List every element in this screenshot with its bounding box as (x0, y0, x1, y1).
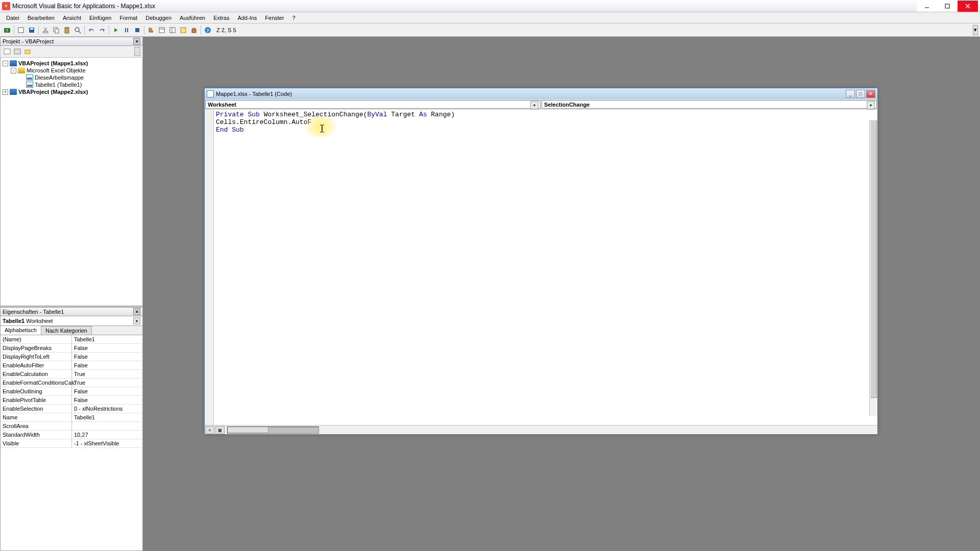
property-row[interactable]: ScrollArea (1, 422, 142, 431)
code-minimize-button[interactable]: _ (846, 90, 855, 98)
property-value[interactable]: False (72, 396, 142, 404)
menu-einfuegen[interactable]: Einfügen (85, 14, 115, 22)
project-panel-close-icon[interactable]: ✕ (133, 38, 140, 45)
menu-fenster[interactable]: Fenster (261, 14, 288, 22)
property-row[interactable]: EnableCalculationTrue (1, 370, 142, 379)
property-row[interactable]: EnableOutliningFalse (1, 387, 142, 396)
full-module-view-button[interactable]: ▦ (215, 426, 225, 434)
property-name: EnableOutlining (1, 387, 72, 395)
code-maximize-button[interactable]: □ (856, 90, 865, 98)
code-window-titlebar[interactable]: Mappe1.xlsx - Tabelle1 (Code) _ □ ✕ (205, 88, 877, 99)
property-name: (Name) (1, 335, 72, 343)
property-value[interactable]: Tabelle1 (72, 413, 142, 421)
run-icon[interactable] (111, 25, 121, 35)
tree-item[interactable]: +VBAProject (Mappe2.xlsx) (3, 88, 140, 95)
property-value[interactable]: False (72, 361, 142, 369)
property-row[interactable]: DisplayPageBreaksFalse (1, 344, 142, 353)
project-scroll-stub[interactable] (134, 47, 140, 56)
menu-ausfuehren[interactable]: Ausführen (176, 14, 209, 22)
project-panel-header: Projekt - VBAProject ✕ (0, 37, 143, 46)
code-window-title: Mappe1.xlsx - Tabelle1 (Code) (216, 91, 846, 97)
props-object-type: Worksheet (26, 318, 53, 324)
property-row[interactable]: EnablePivotTableFalse (1, 396, 142, 405)
maximize-button[interactable] (937, 1, 958, 12)
code-editor[interactable]: Private Sub Worksheet_SelectionChange(By… (205, 110, 877, 425)
menu-format[interactable]: Format (115, 14, 141, 22)
menu-datei[interactable]: Datei (2, 14, 23, 22)
menu-bearbeiten[interactable]: Bearbeiten (23, 14, 59, 22)
properties-icon[interactable] (167, 25, 178, 35)
copy-icon[interactable] (51, 25, 61, 35)
reset-icon[interactable] (132, 25, 142, 35)
procedure-dropdown[interactable]: SelectionChange (542, 100, 877, 109)
property-row[interactable]: EnableSelection0 - xlNoRestrictions (1, 405, 142, 413)
toolbox-icon[interactable] (189, 25, 199, 35)
menu-debuggen[interactable]: Debuggen (141, 14, 176, 22)
design-mode-icon[interactable] (146, 25, 156, 35)
property-row[interactable]: StandardWidth10,27 (1, 431, 142, 439)
property-value[interactable]: False (72, 353, 142, 361)
code-text[interactable]: Private Sub Worksheet_SelectionChange(By… (216, 111, 455, 134)
properties-grid[interactable]: (Name)Tabelle1DisplayPageBreaksFalseDisp… (0, 335, 143, 551)
menu-help[interactable]: ? (288, 14, 300, 22)
property-value[interactable]: False (72, 344, 142, 352)
redo-icon[interactable] (97, 25, 107, 35)
paste-icon[interactable] (62, 25, 72, 35)
tree-item[interactable]: -VBAProject (Mappe1.xlsx) (3, 60, 140, 67)
property-value[interactable]: 0 - xlNoRestrictions (72, 405, 142, 413)
break-icon[interactable] (121, 25, 132, 35)
toolbar-overflow-icon[interactable]: ▾ (973, 25, 978, 35)
property-value[interactable]: False (72, 387, 142, 395)
insert-icon[interactable] (16, 25, 26, 35)
menu-addins[interactable]: Add-Ins (233, 14, 261, 22)
toggle-folders-icon[interactable] (23, 47, 32, 56)
code-hscrollbar[interactable] (227, 427, 319, 434)
object-dropdown[interactable]: Worksheet (205, 100, 541, 109)
tree-item[interactable]: Tabelle1 (Tabelle1) (3, 81, 140, 88)
property-row[interactable]: Visible-1 - xlSheetVisible (1, 439, 142, 448)
object-browser-icon[interactable] (178, 25, 188, 35)
tree-toggle-icon[interactable]: + (3, 89, 8, 95)
chevron-down-icon[interactable]: ▾ (133, 317, 140, 324)
minimize-button[interactable] (917, 1, 937, 12)
property-row[interactable]: EnableFormatConditionsCalcTrue (1, 379, 142, 387)
svg-text:X: X (6, 29, 9, 32)
property-row[interactable]: DisplayRightToLeftFalse (1, 353, 142, 361)
view-code-icon[interactable] (3, 47, 12, 56)
undo-icon[interactable] (86, 25, 96, 35)
project-explorer-icon[interactable] (157, 25, 167, 35)
property-value[interactable]: Tabelle1 (72, 335, 142, 343)
tab-alphabetisch[interactable]: Alphabetisch (1, 326, 41, 335)
help-icon[interactable]: ? (203, 25, 213, 35)
tree-toggle-icon[interactable]: - (3, 61, 8, 66)
property-row[interactable]: NameTabelle1 (1, 413, 142, 422)
view-object-icon[interactable] (13, 47, 22, 56)
procedure-view-button[interactable]: ≡ (205, 426, 214, 434)
property-value[interactable]: -1 - xlSheetVisible (72, 439, 142, 447)
code-close-button[interactable]: ✕ (866, 90, 875, 98)
property-row[interactable]: EnableAutoFilterFalse (1, 361, 142, 370)
find-icon[interactable] (72, 25, 83, 35)
save-icon[interactable] (27, 25, 37, 35)
close-button[interactable] (958, 1, 978, 12)
property-value[interactable]: True (72, 370, 142, 378)
props-panel-close-icon[interactable]: ✕ (133, 308, 140, 315)
project-tree[interactable]: -VBAProject (Mappe1.xlsx)-Microsoft Exce… (0, 58, 143, 306)
code-window[interactable]: Mappe1.xlsx - Tabelle1 (Code) _ □ ✕ Work… (204, 88, 878, 435)
property-row[interactable]: (Name)Tabelle1 (1, 335, 142, 344)
property-value[interactable] (72, 422, 142, 430)
tree-toggle-icon[interactable]: - (11, 68, 16, 73)
svg-rect-31 (192, 29, 196, 33)
view-excel-icon[interactable]: X (2, 25, 12, 35)
property-value[interactable]: 10,27 (72, 431, 142, 439)
property-value[interactable]: True (72, 379, 142, 387)
props-object-selector[interactable]: Tabelle1 Worksheet ▾ (0, 316, 143, 326)
menu-extras[interactable]: Extras (209, 14, 233, 22)
tree-item[interactable]: DieseArbeitsmappe (3, 74, 140, 81)
props-object-name: Tabelle1 (3, 318, 24, 324)
cut-icon[interactable] (40, 25, 51, 35)
tree-item[interactable]: -Microsoft Excel Objekte (3, 67, 140, 74)
tab-nach-kategorien[interactable]: Nach Kategorien (41, 326, 92, 335)
menu-ansicht[interactable]: Ansicht (59, 14, 85, 22)
code-vscrollbar[interactable] (869, 120, 877, 416)
